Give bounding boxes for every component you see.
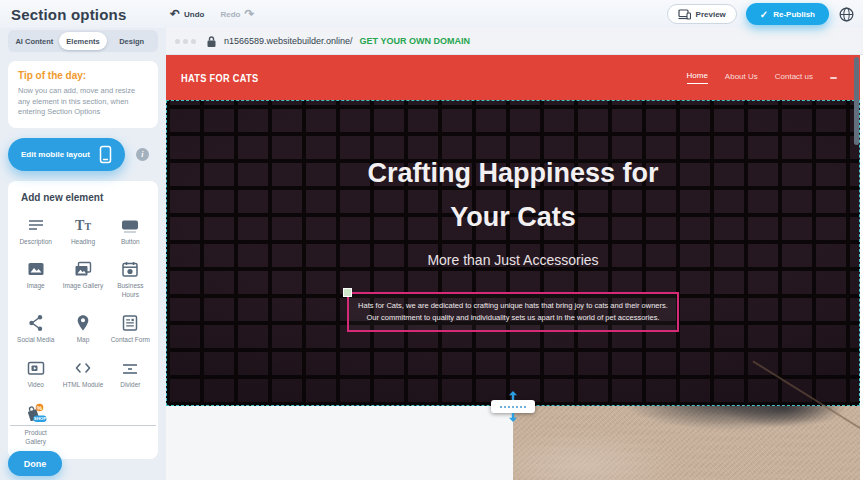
element-item-video[interactable]: Video <box>12 358 59 390</box>
site-header: HATS FOR CATS Home About Us Contact us <box>166 55 860 100</box>
tab-design[interactable]: Design <box>107 32 156 50</box>
element-grid: Description T T Heading Button <box>12 215 154 447</box>
element-item-button[interactable]: Button <box>107 215 154 247</box>
devices-icon <box>678 9 691 20</box>
mobile-layout-row: Edit mobile layout i <box>8 138 158 171</box>
svg-text:T: T <box>75 218 85 233</box>
contact-form-icon <box>120 313 140 333</box>
description-icon <box>26 215 46 235</box>
image-gallery-icon <box>73 259 93 279</box>
cat-photo <box>513 406 860 480</box>
resize-arrow-up-icon <box>509 391 518 400</box>
svg-text:SHOP: SHOP <box>33 417 46 422</box>
nav-home[interactable]: Home <box>687 71 708 84</box>
preview-button[interactable]: Preview <box>667 4 737 24</box>
element-item-image-gallery[interactable]: Image Gallery <box>59 259 106 300</box>
image-icon <box>26 259 46 279</box>
element-item-image[interactable]: Image <box>12 259 59 300</box>
sidebar-divider <box>10 425 156 426</box>
svg-text:T: T <box>84 221 91 232</box>
hero-section: Crafting Happiness for Your Cats More th… <box>166 100 860 406</box>
browser-address-bar: n1566589.websitebuilder.online/ GET YOUR… <box>166 28 863 55</box>
site-nav: Home About Us Contact us <box>687 71 838 84</box>
site-logo[interactable]: HATS FOR CATS <box>181 72 258 84</box>
tab-elements[interactable]: Elements <box>59 32 108 50</box>
preview-scrollbar[interactable] <box>854 57 859 145</box>
resize-grip-dots <box>500 406 526 408</box>
tip-of-the-day-card: Tip of the day: Now you can add, move an… <box>8 61 158 128</box>
hero-heading[interactable]: Crafting Happiness for Your Cats <box>337 100 689 239</box>
check-icon: ✓ <box>760 9 768 20</box>
hero-subheading[interactable]: More than Just Accessories <box>166 252 860 268</box>
divider-icon <box>120 358 140 378</box>
get-domain-link[interactable]: GET YOUR OWN DOMAIN <box>360 36 470 46</box>
add-element-heading: Add new element <box>21 192 154 203</box>
hero-body-text: Hats for Cats, we are dedicated to craft… <box>358 301 668 322</box>
element-item-social-media[interactable]: Social Media <box>12 313 59 345</box>
business-hours-icon <box>120 259 140 279</box>
undo-icon: ↶ <box>170 8 180 20</box>
tab-ai-content[interactable]: AI Content <box>10 32 59 50</box>
redo-icon: ↷ <box>245 8 255 20</box>
section-resize-handle[interactable] <box>491 400 535 413</box>
heading-icon: T T <box>73 215 93 235</box>
redo-button[interactable]: Redo ↷ <box>221 8 255 20</box>
lock-icon <box>206 35 217 48</box>
sidebar-tabs: AI Content Elements Design <box>8 30 158 52</box>
element-item-contact-form[interactable]: Contact Form <box>107 313 154 345</box>
undo-button[interactable]: ↶ Undo <box>170 8 205 20</box>
selection-handle[interactable] <box>343 288 352 297</box>
map-icon <box>73 313 93 333</box>
hero-text-element[interactable]: Hats for Cats, we are dedicated to craft… <box>347 292 679 332</box>
info-icon[interactable]: i <box>136 148 149 161</box>
phone-icon <box>99 145 112 164</box>
nav-more-icon[interactable] <box>830 77 837 79</box>
svg-text:%: % <box>36 405 42 411</box>
tip-body: Now you can add, move and resize any ele… <box>18 86 148 118</box>
element-item-description[interactable]: Description <box>12 215 59 247</box>
nav-contact-us[interactable]: Contact us <box>775 72 813 84</box>
element-item-heading[interactable]: T T Heading <box>59 215 106 247</box>
button-icon <box>120 215 140 235</box>
republish-button[interactable]: ✓ Re-Publish <box>746 3 829 25</box>
element-item-business-hours[interactable]: Business Hours <box>107 259 154 300</box>
html-module-icon <box>73 358 93 378</box>
nav-about-us[interactable]: About Us <box>725 72 758 84</box>
add-new-element-panel: Add new element Description T T Heading <box>8 181 158 459</box>
element-item-html-module[interactable]: HTML Module <box>59 358 106 390</box>
site-viewport: HATS FOR CATS Home About Us Contact us C… <box>166 55 860 480</box>
edit-mobile-layout-button[interactable]: Edit mobile layout <box>8 138 125 171</box>
element-item-map[interactable]: Map <box>59 313 106 345</box>
url-field[interactable]: n1566589.websitebuilder.online/ <box>224 36 353 46</box>
top-toolbar: Section options ↶ Undo Redo ↷ Preview ✓ … <box>0 0 863 28</box>
social-media-icon <box>26 313 46 333</box>
window-dots-icon <box>175 39 196 44</box>
sidebar: AI Content Elements Design Tip of the da… <box>0 28 166 480</box>
video-icon <box>26 358 46 378</box>
language-globe-icon[interactable] <box>838 6 855 23</box>
page-title: Section options <box>0 6 160 23</box>
resize-arrow-down-icon <box>509 413 518 422</box>
element-item-divider[interactable]: Divider <box>107 358 154 390</box>
tip-heading: Tip of the day: <box>18 70 148 81</box>
app-window: Section options ↶ Undo Redo ↷ Preview ✓ … <box>0 0 863 480</box>
browser-preview: n1566589.websitebuilder.online/ GET YOUR… <box>166 28 863 480</box>
done-button[interactable]: Done <box>8 451 62 476</box>
product-gallery-icon: % SHOP <box>24 402 48 426</box>
